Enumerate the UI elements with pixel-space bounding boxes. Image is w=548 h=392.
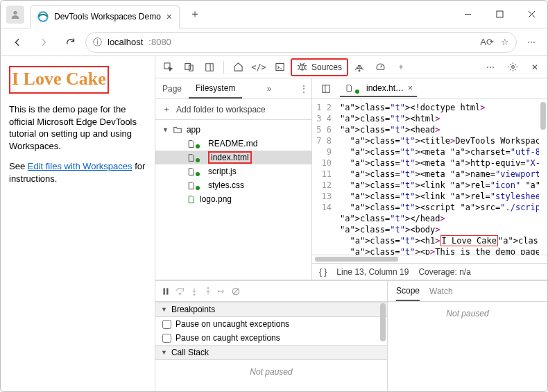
scope-empty: Not paused [388, 302, 547, 391]
file-icon [344, 83, 354, 93]
svg-point-22 [194, 293, 195, 295]
add-folder-button[interactable]: ＋ Add folder to workspace [155, 99, 311, 120]
folder-name: app [187, 125, 200, 135]
pause-uncaught-row[interactable]: Pause on uncaught exceptions [155, 317, 387, 331]
navigator-more-icon[interactable]: ⋮ [296, 84, 311, 94]
svg-line-26 [233, 288, 239, 293]
editor-panel: index.ht… × 1 2 3 4 5 6 7 8 9 10 11 12 1… [312, 78, 547, 280]
read-aloud-icon[interactable]: A⟳ [480, 37, 494, 47]
sources-tab-label: Sources [311, 62, 342, 72]
devtools-more-button[interactable]: ⋯ [481, 58, 500, 76]
file-row-logo[interactable]: logo.png [155, 192, 311, 206]
browser-tab[interactable]: DevTools Workspaces Demo × [30, 5, 180, 28]
network-tab-icon[interactable] [350, 58, 369, 76]
profile-avatar[interactable] [6, 6, 24, 24]
file-tree: ▼ app README.md index.html script.js sty… [155, 120, 311, 280]
inspect-element-icon[interactable] [158, 58, 178, 76]
toggle-navigator-icon[interactable] [316, 80, 336, 98]
svg-rect-11 [275, 64, 283, 71]
browser-menu-button[interactable]: ⋯ [521, 32, 542, 53]
back-button[interactable] [6, 31, 28, 53]
file-row-styles[interactable]: styles.css [155, 178, 311, 192]
close-window-button[interactable] [515, 1, 547, 28]
browser-window: DevTools Workspaces Demo × ＋ ⓘ localhost… [0, 0, 548, 392]
svg-point-21 [180, 293, 181, 294]
code-editor[interactable]: 1 2 3 4 5 6 7 8 9 10 11 12 13 14 "a">cla… [312, 99, 547, 255]
sources-tab[interactable]: Sources [291, 58, 348, 76]
watch-tab[interactable]: Watch [429, 287, 453, 296]
svg-point-1 [38, 12, 47, 21]
url-host: localhost [108, 37, 143, 47]
svg-rect-8 [189, 65, 193, 71]
editor-tabs: index.ht… × [312, 78, 547, 99]
pretty-print-icon[interactable]: { } [319, 267, 327, 277]
forward-button[interactable] [33, 31, 55, 53]
callstack-empty: Not paused [155, 360, 387, 391]
titlebar: DevTools Workspaces Demo × ＋ [1, 1, 547, 28]
close-file-tab-icon[interactable]: × [408, 83, 413, 93]
page-tab[interactable]: Page [155, 78, 189, 99]
window-controls [452, 1, 547, 28]
filesystem-tab[interactable]: Filesystem [189, 78, 242, 99]
svg-rect-17 [323, 85, 330, 92]
rendered-page: I Love Cake This is the demo page for th… [1, 56, 155, 391]
step-icon[interactable] [217, 287, 227, 296]
file-row-script[interactable]: script.js [155, 164, 311, 178]
pause-caught-checkbox[interactable] [162, 334, 171, 343]
step-into-icon[interactable] [189, 287, 199, 296]
editor-hscrollbar[interactable] [312, 255, 547, 263]
file-icon [186, 167, 196, 176]
folder-row[interactable]: ▼ app [155, 123, 311, 137]
tab-close-icon[interactable]: × [166, 11, 172, 22]
address-bar[interactable]: ⓘ localhost:8080 A⟳ ☆ [85, 32, 517, 53]
cursor-position: Line 13, Column 19 [336, 267, 409, 277]
folder-icon [173, 125, 182, 135]
console-tab-icon[interactable] [270, 58, 289, 76]
devtools-close-button[interactable]: ✕ [525, 58, 545, 76]
svg-point-0 [13, 10, 17, 14]
svg-point-16 [511, 66, 514, 69]
pause-caught-row[interactable]: Pause on caught exceptions [155, 331, 387, 345]
svg-point-23 [207, 287, 209, 289]
editor-file-tab[interactable]: index.ht… × [340, 80, 417, 97]
elements-tab-icon[interactable]: </> [249, 58, 268, 76]
debugger-left-panel: ▼Breakpoints Pause on uncaught exception… [155, 281, 388, 391]
devtools-toolbar: </> Sources ＋ ⋯ ✕ [155, 56, 547, 78]
maximize-button[interactable] [483, 1, 515, 28]
pause-uncaught-checkbox[interactable] [162, 320, 171, 329]
plus-icon: ＋ [162, 103, 171, 115]
step-over-icon[interactable] [175, 286, 185, 296]
more-tabs-button[interactable]: ＋ [391, 58, 411, 76]
dock-side-icon[interactable] [200, 58, 219, 76]
step-out-icon[interactable] [203, 287, 213, 296]
navigator-overflow-icon[interactable]: » [262, 84, 277, 94]
minimize-button[interactable] [452, 1, 483, 28]
deactivate-breakpoints-icon[interactable] [231, 287, 241, 296]
site-info-icon[interactable]: ⓘ [93, 36, 102, 49]
debugger-scrollbar[interactable] [379, 302, 387, 391]
workspaces-link[interactable]: Edit files with Workspaces [28, 161, 132, 171]
scope-panel: Scope Watch Not paused [388, 281, 547, 391]
scope-tab[interactable]: Scope [396, 281, 420, 301]
pause-icon[interactable] [161, 287, 171, 296]
sources-body: Page Filesystem » ⋮ ＋ Add folder to work… [155, 78, 547, 280]
performance-tab-icon[interactable] [370, 58, 390, 76]
file-row-index[interactable]: index.html [155, 151, 311, 164]
edge-logo-icon [37, 11, 49, 22]
favorite-icon[interactable]: ☆ [501, 37, 509, 47]
svg-point-14 [359, 69, 360, 71]
svg-rect-20 [166, 288, 168, 294]
browser-toolbar: ⓘ localhost:8080 A⟳ ☆ ⋯ [1, 28, 547, 56]
new-tab-button[interactable]: ＋ [185, 5, 205, 24]
breakpoints-header[interactable]: ▼Breakpoints [155, 302, 387, 317]
debugger-dock: ▼Breakpoints Pause on uncaught exception… [155, 280, 547, 391]
device-toolbar-icon[interactable] [179, 58, 198, 76]
refresh-button[interactable] [59, 31, 81, 53]
image-file-icon [186, 194, 196, 204]
editor-vscrollbar[interactable] [539, 99, 547, 255]
settings-icon[interactable] [503, 58, 522, 76]
editor-statusbar: { } Line 13, Column 19 Coverage: n/a [312, 263, 547, 280]
callstack-header[interactable]: ▼Call Stack [155, 345, 387, 360]
welcome-tab-icon[interactable] [228, 58, 248, 76]
file-row-readme[interactable]: README.md [155, 137, 311, 151]
